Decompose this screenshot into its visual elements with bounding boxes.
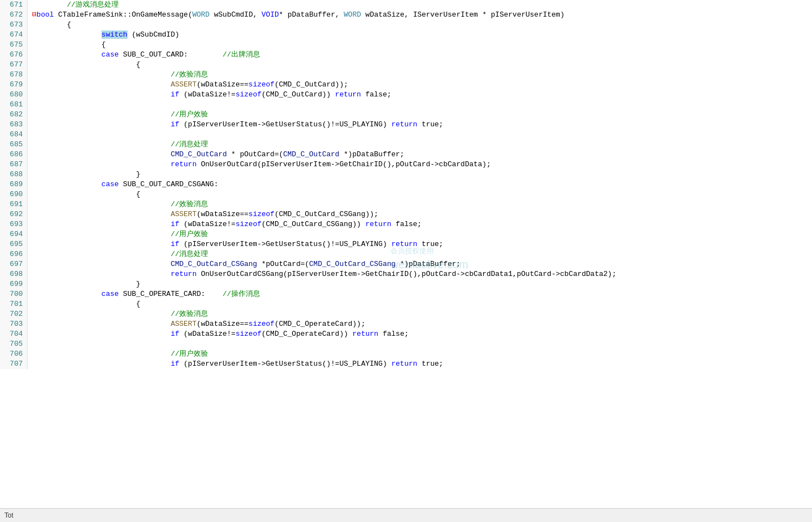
code-line: 706 //用户效验 <box>0 349 812 359</box>
line-content: if (pIServerUserItem->GetUserStatus()!=U… <box>28 239 812 249</box>
code-line: 701 { <box>0 299 812 309</box>
line-content: if (wDataSize!=sizeof(CMD_C_OutCard_CSGa… <box>28 219 812 229</box>
code-line: 695 if (pIServerUserItem->GetUserStatus(… <box>0 239 812 249</box>
line-content: //效验消息 <box>28 309 812 319</box>
line-content: case SUB_C_OUT_CARD: //出牌消息 <box>28 50 812 60</box>
line-number: 672 <box>0 10 28 20</box>
line-number: 687 <box>0 160 28 170</box>
line-content: ASSERT(wDataSize==sizeof(CMD_C_OutCard_C… <box>28 209 812 219</box>
code-line: 702 //效验消息 <box>0 309 812 319</box>
code-line: 673 { <box>0 20 812 30</box>
line-number: 699 <box>0 279 28 289</box>
code-line: 704 if (wDataSize!=sizeof(CMD_C_OperateC… <box>0 329 812 339</box>
line-content: CMD_C_OutCard_CSGang *pOutCard=(CMD_C_Ou… <box>28 259 812 269</box>
line-content: switch (wSubCmdID) <box>28 30 812 40</box>
line-content: //用户效验 <box>28 110 812 120</box>
line-content: return OnUserOutCard(pIServerUserItem->G… <box>28 160 812 170</box>
line-content: { <box>28 299 812 309</box>
line-content: return OnUserOutCardCSGang(pIServerUserI… <box>28 269 812 279</box>
line-content: //游戏消息处理 <box>28 0 812 10</box>
line-content: case SUB_C_OUT_CARD_CSGANG: <box>28 180 812 190</box>
line-content: //用户效验 <box>28 229 812 239</box>
code-line: 690 { <box>0 190 812 199</box>
code-line: 672⊟bool CTableFrameSink::OnGameMessage(… <box>0 10 812 20</box>
code-line: 696 //消息处理 <box>0 249 812 259</box>
code-line: 678 //效验消息 <box>0 70 812 80</box>
line-number: 692 <box>0 209 28 219</box>
line-number: 688 <box>0 170 28 180</box>
status-text: Tot <box>4 511 13 519</box>
line-number: 686 <box>0 150 28 160</box>
code-line: 671 //游戏消息处理 <box>0 0 812 10</box>
line-number: 697 <box>0 259 28 269</box>
code-line: 697 CMD_C_OutCard_CSGang *pOutCard=(CMD_… <box>0 259 812 269</box>
code-line: 687 return OnUserOutCard(pIServerUserIte… <box>0 160 812 170</box>
line-content: { <box>28 20 812 30</box>
line-number: 682 <box>0 110 28 120</box>
code-line: 692 ASSERT(wDataSize==sizeof(CMD_C_OutCa… <box>0 209 812 219</box>
code-line: 675 { <box>0 40 812 50</box>
code-line: 699 } <box>0 279 812 289</box>
line-content: if (wDataSize!=sizeof(CMD_C_OutCard)) re… <box>28 90 812 100</box>
code-line: 684 <box>0 130 812 140</box>
line-content: if (wDataSize!=sizeof(CMD_C_OperateCard)… <box>28 329 812 339</box>
line-content: { <box>28 60 812 70</box>
status-bar: Tot <box>0 508 812 522</box>
code-line: 705 <box>0 339 812 349</box>
code-line: 682 //用户效验 <box>0 110 812 120</box>
code-line: 689 case SUB_C_OUT_CARD_CSGANG: <box>0 180 812 190</box>
code-line: 698 return OnUserOutCardCSGang(pIServerU… <box>0 269 812 279</box>
line-number: 690 <box>0 190 28 199</box>
code-line: 676 case SUB_C_OUT_CARD: //出牌消息 <box>0 50 812 60</box>
line-number: 694 <box>0 229 28 239</box>
line-number: 684 <box>0 130 28 140</box>
line-content: if (pIServerUserItem->GetUserStatus()!=U… <box>28 359 812 369</box>
line-number: 675 <box>0 40 28 50</box>
code-line: 674 switch (wSubCmdID) <box>0 30 812 40</box>
line-number: 691 <box>0 199 28 209</box>
line-number: 674 <box>0 30 28 40</box>
line-content: if (pIServerUserItem->GetUserStatus()!=U… <box>28 120 812 130</box>
line-number: 695 <box>0 239 28 249</box>
line-number: 683 <box>0 120 28 130</box>
code-line: 686 CMD_C_OutCard * pOutCard=(CMD_C_OutC… <box>0 150 812 160</box>
code-line: 685 //消息处理 <box>0 140 812 150</box>
line-number: 700 <box>0 289 28 299</box>
line-content: } <box>28 170 812 180</box>
line-number: 703 <box>0 319 28 329</box>
line-number: 685 <box>0 140 28 150</box>
line-content: ASSERT(wDataSize==sizeof(CMD_C_OperateCa… <box>28 319 812 329</box>
line-number: 689 <box>0 180 28 190</box>
code-line: 703 ASSERT(wDataSize==sizeof(CMD_C_Opera… <box>0 319 812 329</box>
line-content: case SUB_C_OPERATE_CARD: //操作消息 <box>28 289 812 299</box>
line-content: ASSERT(wDataSize==sizeof(CMD_C_OutCard))… <box>28 80 812 90</box>
code-line: 693 if (wDataSize!=sizeof(CMD_C_OutCard_… <box>0 219 812 229</box>
line-number: 671 <box>0 0 28 10</box>
line-number: 705 <box>0 339 28 349</box>
code-line: 677 { <box>0 60 812 70</box>
line-content: //消息处理 <box>28 140 812 150</box>
line-number: 678 <box>0 70 28 80</box>
line-number: 676 <box>0 50 28 60</box>
code-line: 691 //效验消息 <box>0 199 812 209</box>
code-line: 707 if (pIServerUserItem->GetUserStatus(… <box>0 359 812 369</box>
line-number: 702 <box>0 309 28 319</box>
line-content <box>28 339 812 349</box>
line-content <box>28 100 812 110</box>
code-line: 694 //用户效验 <box>0 229 812 239</box>
code-container: 671 //游戏消息处理672⊟bool CTableFrameSink::On… <box>0 0 812 522</box>
line-content <box>28 130 812 140</box>
line-content: //效验消息 <box>28 199 812 209</box>
line-content: } <box>28 279 812 289</box>
line-number: 681 <box>0 100 28 110</box>
code-editor: 671 //游戏消息处理672⊟bool CTableFrameSink::On… <box>0 0 812 522</box>
line-number: 680 <box>0 90 28 100</box>
code-line: 688 } <box>0 170 812 180</box>
code-line: 679 ASSERT(wDataSize==sizeof(CMD_C_OutCa… <box>0 80 812 90</box>
line-number: 677 <box>0 60 28 70</box>
line-number: 679 <box>0 80 28 90</box>
line-number: 693 <box>0 219 28 229</box>
code-line: 700 case SUB_C_OPERATE_CARD: //操作消息 <box>0 289 812 299</box>
line-content: CMD_C_OutCard * pOutCard=(CMD_C_OutCard … <box>28 150 812 160</box>
line-content: //效验消息 <box>28 70 812 80</box>
